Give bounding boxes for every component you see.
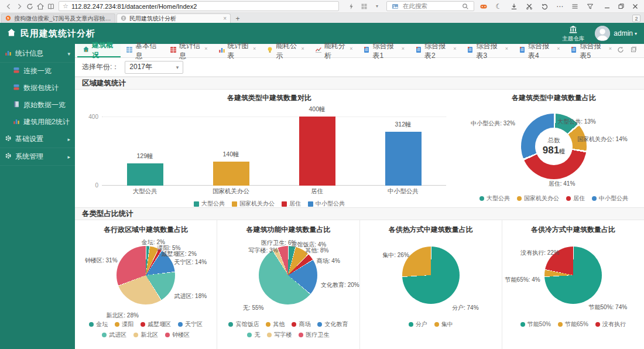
year-select[interactable]: 2017年 ▾ bbox=[125, 61, 183, 74]
legend-item[interactable]: 天宁区 bbox=[178, 320, 203, 329]
chevron-down-icon[interactable]: ▾ bbox=[372, 1, 382, 12]
sidebar-item-连接一览[interactable]: 连接一览 bbox=[0, 63, 75, 80]
sidebar-item-系统管理[interactable]: 系统管理 ▸ bbox=[0, 148, 75, 166]
legend-item[interactable]: 居住 bbox=[566, 194, 585, 203]
flash-icon[interactable] bbox=[346, 1, 357, 12]
legend-item[interactable]: 大型公共 bbox=[194, 200, 225, 208]
bar-居住[interactable] bbox=[299, 117, 335, 186]
legend-item[interactable]: 溧阳 bbox=[115, 320, 133, 329]
forward-icon[interactable] bbox=[14, 1, 25, 12]
legend-item[interactable]: 节能50% bbox=[520, 320, 551, 329]
tab-综合报表3[interactable]: 综合报表3× bbox=[461, 44, 513, 57]
tab-close-icon[interactable]: × bbox=[402, 46, 405, 52]
pie-graphic[interactable] bbox=[259, 246, 317, 304]
building-type-bar-chart[interactable]: 各建筑类型中建筑数量对比 400 0129幢 140幢 400幢 312幢 大型… bbox=[75, 90, 464, 207]
legend-item[interactable]: 写字楼 bbox=[267, 331, 292, 339]
legend-item[interactable]: 其他 bbox=[266, 320, 285, 329]
new-tab-button[interactable]: + bbox=[232, 14, 244, 23]
legend-item[interactable]: 文化教育 bbox=[317, 320, 348, 329]
tab-统计图表[interactable]: 统计图表× bbox=[213, 44, 262, 57]
sidebar-item-统计信息[interactable]: 统计信息 ▾ bbox=[0, 45, 75, 63]
legend-item[interactable]: 国家机关办公 bbox=[517, 194, 559, 203]
tab-close-icon[interactable]: × bbox=[557, 46, 560, 52]
building-type-donut-chart[interactable]: 各建筑类型中建筑数量占比总数 981幢大型公共: 13%国家机关办公: 14%居… bbox=[464, 90, 644, 207]
tab-close-icon[interactable]: × bbox=[453, 46, 456, 52]
tab-基本信息[interactable]: 基本信息 bbox=[121, 44, 164, 57]
address-bar[interactable]: ☆ 112.82.247.234:81/datacenter/Home/Inde… bbox=[59, 1, 339, 11]
legend-item[interactable]: 中小型公共 bbox=[308, 200, 345, 208]
legend-item[interactable]: 大型公共 bbox=[479, 194, 510, 203]
legend-item[interactable]: 集中 bbox=[434, 320, 453, 329]
cooling-pie-chart[interactable]: 各供冷方式中建筑数量占比节能50%: 74%节能65%: 4%没有执行: 22%… bbox=[502, 220, 644, 349]
bookmark-star-icon[interactable]: ☆ bbox=[63, 3, 68, 9]
fullscreen-icon[interactable] bbox=[630, 46, 637, 55]
tab-综合报表5[interactable]: 综合报表5× bbox=[565, 44, 617, 57]
image-search-icon[interactable] bbox=[390, 1, 400, 12]
browser-tab[interactable]: S 搜狗微信搜索_订阅号及文章内容独家... bbox=[1, 13, 115, 23]
function-pie-chart[interactable]: 各建筑功能中建筑数量占比宾馆饭店: 4%其他: 8%商场: 4%文化教育: 20… bbox=[217, 220, 359, 349]
legend-item[interactable]: 医疗卫生 bbox=[299, 331, 329, 339]
tab-综合报表4[interactable]: 综合报表4× bbox=[513, 44, 566, 57]
refresh-icon[interactable] bbox=[25, 1, 35, 12]
legend-item[interactable]: 节能65% bbox=[558, 320, 588, 329]
sidebar-item-基础设置[interactable]: 基础设置 ▸ bbox=[0, 131, 75, 148]
compat-icon[interactable] bbox=[359, 1, 369, 12]
app-home-icon[interactable] bbox=[7, 28, 16, 39]
refresh-icon[interactable] bbox=[617, 46, 624, 55]
browser-search-box[interactable]: 在此搜索 bbox=[386, 1, 474, 11]
collect-icon[interactable] bbox=[585, 1, 595, 12]
home-icon[interactable] bbox=[35, 1, 46, 12]
legend-item[interactable]: 分户 bbox=[409, 320, 427, 329]
close-button[interactable] bbox=[630, 1, 640, 12]
pie-graphic[interactable] bbox=[402, 247, 460, 304]
legend-item[interactable]: 戚墅堰区 bbox=[141, 320, 171, 329]
heating-pie-chart[interactable]: 各供热方式中建筑数量占比分户: 74%集中: 26% 分户 集中 bbox=[360, 220, 502, 349]
bar-中小型公共[interactable] bbox=[385, 132, 422, 186]
legend-item[interactable]: 中小型公共 bbox=[592, 194, 628, 203]
tab-close-icon[interactable]: × bbox=[223, 15, 227, 22]
legend-item[interactable]: 无 bbox=[247, 331, 260, 339]
undo-icon[interactable] bbox=[539, 1, 550, 12]
tab-close-icon[interactable]: × bbox=[302, 46, 304, 52]
sidebar-item-原始数据一览[interactable]: 原始数据一览 bbox=[0, 97, 75, 114]
back-icon[interactable] bbox=[4, 1, 14, 12]
legend-item[interactable]: 宾馆饭店 bbox=[228, 320, 259, 329]
sidebar-item-数据包统计[interactable]: 数据包统计 bbox=[0, 80, 75, 97]
tab-close-icon[interactable]: × bbox=[204, 46, 207, 52]
browser-tab[interactable]: 民用建筑统计分析× bbox=[117, 13, 231, 23]
more-icon[interactable]: ⋯ bbox=[554, 1, 565, 12]
sidebar-counter-badge[interactable]: 2 bbox=[632, 15, 640, 22]
legend-item[interactable]: 国家机关办公 bbox=[232, 200, 275, 208]
tab-close-icon[interactable]: × bbox=[505, 46, 508, 52]
user-menu[interactable]: admin ▾ bbox=[614, 29, 637, 37]
reading-list-icon[interactable] bbox=[46, 1, 56, 12]
tab-建筑概况[interactable]: 建筑概况 bbox=[77, 44, 121, 57]
legend-item[interactable]: 居住 bbox=[282, 200, 301, 208]
night-mode-icon[interactable]: ☾ bbox=[494, 1, 504, 12]
tab-统计信息[interactable]: 统计信息× bbox=[165, 44, 213, 57]
restore-button[interactable] bbox=[616, 1, 626, 12]
legend-item[interactable]: 新北区 bbox=[133, 331, 158, 339]
minimize-button[interactable] bbox=[602, 1, 612, 12]
legend-item[interactable]: 钟楼区 bbox=[165, 331, 190, 339]
tab-能耗分析[interactable]: 能耗分析× bbox=[310, 44, 358, 57]
legend-item[interactable]: 金坛 bbox=[89, 320, 108, 329]
tab-close-icon[interactable]: × bbox=[253, 46, 256, 52]
menu-icon[interactable] bbox=[570, 1, 580, 12]
screenshot-icon[interactable] bbox=[524, 1, 535, 12]
region-pie-chart[interactable]: 各行政区域中建筑数量占比金坛: 2%溧阳: 5%戚墅堰区: 2%天宁区: 14%… bbox=[75, 220, 217, 349]
bar-大型公共[interactable] bbox=[127, 163, 163, 186]
tab-close-icon[interactable]: × bbox=[609, 46, 612, 52]
tab-综合报表1[interactable]: 综合报表1× bbox=[358, 44, 410, 57]
game-icon[interactable] bbox=[478, 1, 489, 12]
legend-item[interactable]: 没有执行 bbox=[595, 320, 626, 329]
tab-综合报表2[interactable]: 综合报表2× bbox=[410, 44, 462, 57]
bar-国家机关办公[interactable] bbox=[213, 162, 249, 186]
search-icon[interactable] bbox=[460, 1, 471, 12]
tab-close-icon[interactable]: × bbox=[350, 46, 352, 52]
tab-能耗公示[interactable]: 能耗公示× bbox=[261, 44, 310, 57]
download-icon[interactable] bbox=[509, 1, 519, 12]
legend-item[interactable]: 商场 bbox=[292, 320, 310, 329]
theme-repo-button[interactable]: 主题仓库 bbox=[562, 25, 584, 42]
sidebar-item-建筑用能2统计[interactable]: 建筑用能2统计 bbox=[0, 114, 75, 131]
